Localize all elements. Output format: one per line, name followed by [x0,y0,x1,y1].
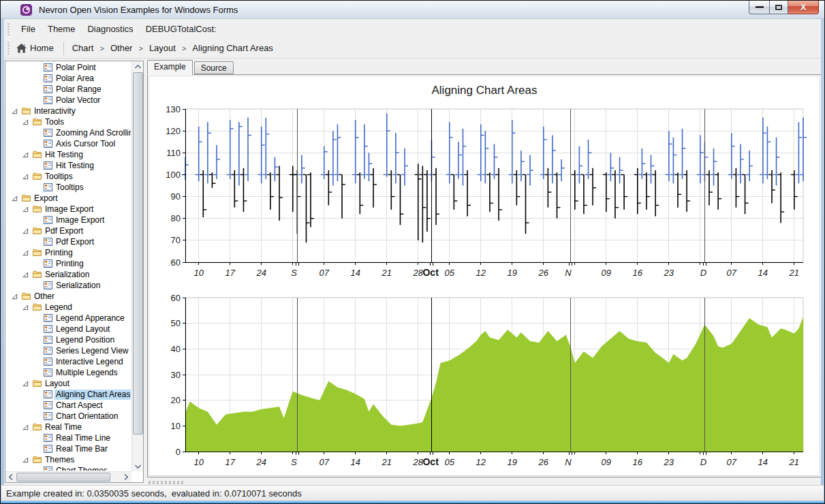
tree-item-real-time[interactable]: Real Time [6,422,131,432]
expander-collapse-icon[interactable] [22,206,29,212]
example-item-icon [44,259,52,268]
tree-item-real-time-bar[interactable]: Real Time Bar [6,443,131,454]
maximize-icon [775,5,782,10]
tree-item-multiple-legends[interactable]: Multiple Legends [6,367,131,378]
svg-text:05: 05 [445,457,455,467]
close-button[interactable]: X [788,1,819,14]
menu-grip-handle[interactable] [7,23,10,35]
tree-item-chart-orientation[interactable]: Chart Orientation [6,411,131,422]
svg-text:17: 17 [225,268,235,278]
toolbar-grip-handle[interactable] [7,42,10,54]
expander-collapse-icon[interactable] [22,174,29,180]
breadcrumb-item-other[interactable]: Other [106,41,137,55]
tree-item-legend[interactable]: Legend [6,302,131,313]
tree-item-interactive-legend[interactable]: Interactive Legend [6,356,131,367]
expander-collapse-icon[interactable] [22,250,29,256]
svg-text:Oct: Oct [422,456,439,467]
tree-item-hit-testing[interactable]: Hit Testing [6,149,131,160]
breadcrumb-item-layout[interactable]: Layout [145,41,180,55]
tree-item-serialization[interactable]: Serialization [6,269,131,280]
menu-item-file[interactable]: File [15,21,42,37]
breadcrumb-item-aligning-chart-areas[interactable]: Aligning Chart Areas [188,41,277,55]
tree-item-label: Aligning Chart Areas [55,390,131,400]
svg-text:14: 14 [758,268,768,278]
tree-item-polar-range[interactable]: Polar Range [6,84,131,95]
scroll-up-arrow-icon[interactable] [132,61,143,72]
tree-item-printing[interactable]: Printing [6,247,131,258]
tree-item-aligning-chart-areas[interactable]: Aligning Chart Areas [6,389,131,400]
tab-source[interactable]: Source [194,61,234,74]
expander-collapse-icon[interactable] [22,457,29,463]
tree-item-legend-position[interactable]: Legend Position [6,334,131,345]
tree-item-serialization[interactable]: Serialization [6,280,131,291]
window-title: Nevron Open Vision Examples for Windows … [39,5,238,15]
tree-item-label: Other [33,292,57,302]
app-window: Nevron Open Vision Examples for Windows … [0,0,825,504]
tree-item-export[interactable]: Export [6,193,131,204]
tree-item-tooltips[interactable]: Tooltips [6,171,131,182]
svg-text:23: 23 [664,457,674,467]
expander-collapse-icon[interactable] [12,108,18,114]
tree-item-series-legend-view[interactable]: Series Legend View [6,345,131,356]
tree-horizontal-scrollbar[interactable] [5,471,131,482]
tree-item-pdf-export[interactable]: Pdf Export [6,236,131,247]
breadcrumb-item-chart[interactable]: Chart [68,41,98,55]
tree-item-legend-layout[interactable]: Legend Layout [6,324,131,334]
expander-collapse-icon[interactable] [12,294,18,300]
tree-item-label: Multiple Legends [55,368,120,378]
tree-item-polar-point[interactable]: Polar Point [6,62,131,73]
tree-vscroll-thumb[interactable] [133,72,143,435]
tree-item-layout[interactable]: Layout [6,378,131,389]
menu-item-debugtotalcost[interactable]: DEBUGTotalCost: [140,21,223,37]
example-item-icon [44,434,52,442]
expander-collapse-icon[interactable] [22,381,29,387]
example-item-icon [44,281,52,289]
expander-collapse-icon[interactable] [22,228,29,234]
folder-icon [33,249,42,257]
tree-item-real-time-line[interactable]: Real Time Line [6,432,131,443]
tab-example[interactable]: Example [147,60,193,75]
tree-item-label: Interactive Legend [55,357,125,367]
tree-item-chart-themes[interactable]: Chart Themes [6,465,131,471]
expander-collapse-icon[interactable] [22,272,29,278]
tree-item-label: Image Export [44,204,95,215]
tree-item-image-export[interactable]: Image Export [6,215,131,225]
expander-collapse-icon[interactable] [22,152,29,158]
breadcrumb-home[interactable]: Home [15,43,59,53]
tree-vertical-scrollbar[interactable] [131,61,143,471]
tree-item-tools[interactable]: Tools [6,116,131,127]
tree-item-printing[interactable]: Printing [6,258,131,269]
tree-item-polar-area[interactable]: Polar Area [6,73,131,84]
example-panel: Aligning Chart Areas 6070809010011012013… [147,74,822,477]
tree-hscroll-thumb[interactable] [16,473,110,482]
minimize-button[interactable] [749,1,769,14]
tree-item-interactivity[interactable]: Interactivity [6,106,131,116]
tree-item-pdf-export[interactable]: Pdf Export [6,225,131,236]
expander-collapse-icon[interactable] [12,195,18,202]
example-item-icon [44,216,52,224]
example-item-icon [44,467,52,471]
expander-collapse-icon[interactable] [22,304,29,311]
tree-item-themes[interactable]: Themes [6,454,131,465]
menu-item-diagnostics[interactable]: Diagnostics [81,21,139,37]
tree-item-zooming-and-scrolling[interactable]: Zooming And Scrolling [6,127,131,138]
tree-item-chart-aspect[interactable]: Chart Aspect [6,400,131,411]
menu-item-theme[interactable]: Theme [42,21,81,37]
tree-item-other[interactable]: Other [6,291,131,302]
tree-item-hit-testing[interactable]: Hit Testing [6,160,131,171]
maximize-button[interactable] [769,1,788,14]
tree-item-label: Printing [55,259,86,269]
scroll-left-arrow-icon[interactable] [5,472,16,482]
svg-text:07: 07 [320,268,330,278]
tree-item-polar-vector[interactable]: Polar Vector [6,95,131,106]
expander-collapse-icon[interactable] [22,424,29,430]
expander-collapse-icon[interactable] [22,119,29,125]
title-bar[interactable]: Nevron Open Vision Examples for Windows … [1,1,824,19]
scroll-right-arrow-icon[interactable] [121,472,131,482]
tree-item-image-export[interactable]: Image Export [6,204,131,215]
folder-icon [22,107,31,115]
tree-item-axis-cursor-tool[interactable]: Axis Cursor Tool [6,138,131,149]
tree-item-tooltips[interactable]: Tooltips [6,182,131,193]
tree-item-legend-apperance[interactable]: Legend Apperance [6,313,131,324]
scroll-down-arrow-icon[interactable] [132,461,143,471]
